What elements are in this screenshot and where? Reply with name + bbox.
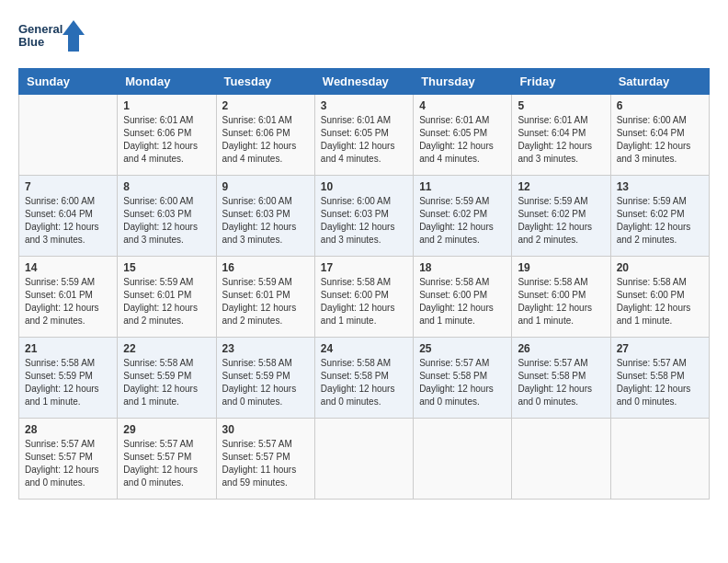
day-number: 21 (25, 342, 111, 355)
day-number: 13 (617, 180, 703, 193)
day-info: Sunrise: 5:57 AM Sunset: 5:57 PM Dayligh… (222, 438, 309, 489)
weekday-header-wednesday: Wednesday (314, 69, 413, 95)
calendar-cell: 6Sunrise: 6:00 AM Sunset: 6:04 PM Daylig… (610, 95, 709, 176)
day-number: 20 (617, 261, 703, 274)
day-number: 25 (419, 342, 506, 355)
logo: General Blue (18, 18, 92, 59)
calendar-cell (512, 419, 610, 500)
calendar-cell: 15Sunrise: 5:59 AM Sunset: 6:01 PM Dayli… (118, 257, 216, 338)
day-number: 15 (123, 261, 210, 274)
calendar-week-5: 28Sunrise: 5:57 AM Sunset: 5:57 PM Dayli… (19, 419, 710, 500)
day-info: Sunrise: 6:01 AM Sunset: 6:06 PM Dayligh… (123, 114, 210, 166)
day-info: Sunrise: 5:57 AM Sunset: 5:58 PM Dayligh… (518, 357, 604, 408)
calendar-body: 1Sunrise: 6:01 AM Sunset: 6:06 PM Daylig… (19, 95, 710, 500)
day-number: 22 (123, 342, 210, 355)
day-number: 17 (321, 261, 407, 274)
day-info: Sunrise: 5:58 AM Sunset: 6:00 PM Dayligh… (419, 276, 506, 327)
calendar-cell: 2Sunrise: 6:01 AM Sunset: 6:06 PM Daylig… (216, 95, 314, 176)
svg-text:General: General (18, 22, 63, 36)
calendar-cell (414, 419, 512, 500)
day-number: 26 (518, 342, 604, 355)
day-info: Sunrise: 6:01 AM Sunset: 6:05 PM Dayligh… (321, 114, 407, 166)
day-number: 19 (518, 261, 604, 274)
calendar-cell: 11Sunrise: 5:59 AM Sunset: 6:02 PM Dayli… (414, 176, 512, 257)
day-number: 8 (123, 180, 210, 193)
day-number: 10 (321, 180, 407, 193)
calendar-cell: 1Sunrise: 6:01 AM Sunset: 6:06 PM Daylig… (118, 95, 216, 176)
weekday-header-thursday: Thursday (414, 69, 512, 95)
day-number: 4 (419, 99, 506, 112)
calendar-cell: 13Sunrise: 5:59 AM Sunset: 6:02 PM Dayli… (610, 176, 709, 257)
calendar-cell: 26Sunrise: 5:57 AM Sunset: 5:58 PM Dayli… (512, 338, 610, 419)
day-info: Sunrise: 5:58 AM Sunset: 6:00 PM Dayligh… (321, 276, 407, 327)
weekday-header-friday: Friday (512, 69, 610, 95)
calendar-cell: 3Sunrise: 6:01 AM Sunset: 6:05 PM Daylig… (314, 95, 413, 176)
calendar-header: SundayMondayTuesdayWednesdayThursdayFrid… (19, 69, 710, 95)
calendar-cell: 12Sunrise: 5:59 AM Sunset: 6:02 PM Dayli… (512, 176, 610, 257)
day-info: Sunrise: 5:58 AM Sunset: 6:00 PM Dayligh… (617, 276, 703, 327)
calendar-cell: 29Sunrise: 5:57 AM Sunset: 5:57 PM Dayli… (118, 419, 216, 500)
day-number: 28 (25, 423, 111, 436)
day-number: 14 (25, 261, 111, 274)
calendar-cell: 4Sunrise: 6:01 AM Sunset: 6:05 PM Daylig… (414, 95, 512, 176)
day-info: Sunrise: 5:59 AM Sunset: 6:01 PM Dayligh… (25, 276, 111, 327)
day-info: Sunrise: 5:59 AM Sunset: 6:01 PM Dayligh… (222, 276, 309, 327)
weekday-header-monday: Monday (118, 69, 216, 95)
calendar-week-4: 21Sunrise: 5:58 AM Sunset: 5:59 PM Dayli… (19, 338, 710, 419)
day-number: 6 (617, 99, 703, 112)
calendar-cell: 10Sunrise: 6:00 AM Sunset: 6:03 PM Dayli… (314, 176, 413, 257)
calendar-week-2: 7Sunrise: 6:00 AM Sunset: 6:04 PM Daylig… (19, 176, 710, 257)
calendar-cell: 7Sunrise: 6:00 AM Sunset: 6:04 PM Daylig… (19, 176, 118, 257)
day-number: 3 (321, 99, 407, 112)
calendar-cell: 19Sunrise: 5:58 AM Sunset: 6:00 PM Dayli… (512, 257, 610, 338)
day-info: Sunrise: 6:00 AM Sunset: 6:04 PM Dayligh… (617, 114, 703, 166)
page-header: General Blue (18, 18, 710, 59)
day-info: Sunrise: 5:57 AM Sunset: 5:58 PM Dayligh… (419, 357, 506, 408)
svg-marker-2 (63, 20, 85, 52)
calendar-cell: 28Sunrise: 5:57 AM Sunset: 5:57 PM Dayli… (19, 419, 118, 500)
day-info: Sunrise: 5:58 AM Sunset: 5:59 PM Dayligh… (25, 357, 111, 408)
day-number: 2 (222, 99, 309, 112)
calendar-cell: 25Sunrise: 5:57 AM Sunset: 5:58 PM Dayli… (414, 338, 512, 419)
logo-icon: General Blue (18, 18, 92, 59)
day-number: 30 (222, 423, 309, 436)
day-info: Sunrise: 5:57 AM Sunset: 5:57 PM Dayligh… (123, 438, 210, 489)
calendar-cell: 8Sunrise: 6:00 AM Sunset: 6:03 PM Daylig… (118, 176, 216, 257)
day-info: Sunrise: 5:58 AM Sunset: 6:00 PM Dayligh… (518, 276, 604, 327)
day-number: 12 (518, 180, 604, 193)
calendar-cell (19, 95, 118, 176)
day-number: 23 (222, 342, 309, 355)
calendar-cell: 18Sunrise: 5:58 AM Sunset: 6:00 PM Dayli… (414, 257, 512, 338)
svg-text:Blue: Blue (18, 35, 44, 49)
calendar-cell: 21Sunrise: 5:58 AM Sunset: 5:59 PM Dayli… (19, 338, 118, 419)
calendar-cell: 9Sunrise: 6:00 AM Sunset: 6:03 PM Daylig… (216, 176, 314, 257)
calendar-table: SundayMondayTuesdayWednesdayThursdayFrid… (18, 68, 710, 500)
weekday-header-tuesday: Tuesday (216, 69, 314, 95)
calendar-cell: 17Sunrise: 5:58 AM Sunset: 6:00 PM Dayli… (314, 257, 413, 338)
day-info: Sunrise: 5:59 AM Sunset: 6:02 PM Dayligh… (518, 195, 604, 247)
calendar-cell: 22Sunrise: 5:58 AM Sunset: 5:59 PM Dayli… (118, 338, 216, 419)
calendar-cell: 5Sunrise: 6:01 AM Sunset: 6:04 PM Daylig… (512, 95, 610, 176)
day-number: 24 (321, 342, 407, 355)
day-number: 29 (123, 423, 210, 436)
day-info: Sunrise: 5:59 AM Sunset: 6:01 PM Dayligh… (123, 276, 210, 327)
calendar-cell: 24Sunrise: 5:58 AM Sunset: 5:58 PM Dayli… (314, 338, 413, 419)
weekday-header-saturday: Saturday (610, 69, 709, 95)
day-number: 7 (25, 180, 111, 193)
calendar-week-3: 14Sunrise: 5:59 AM Sunset: 6:01 PM Dayli… (19, 257, 710, 338)
calendar-cell: 14Sunrise: 5:59 AM Sunset: 6:01 PM Dayli… (19, 257, 118, 338)
weekday-header-sunday: Sunday (19, 69, 118, 95)
day-number: 1 (123, 99, 210, 112)
day-number: 16 (222, 261, 309, 274)
calendar-cell: 20Sunrise: 5:58 AM Sunset: 6:00 PM Dayli… (610, 257, 709, 338)
day-info: Sunrise: 5:58 AM Sunset: 5:58 PM Dayligh… (321, 357, 407, 408)
day-info: Sunrise: 6:01 AM Sunset: 6:06 PM Dayligh… (222, 114, 309, 166)
day-info: Sunrise: 6:00 AM Sunset: 6:03 PM Dayligh… (321, 195, 407, 247)
day-info: Sunrise: 6:00 AM Sunset: 6:03 PM Dayligh… (123, 195, 210, 247)
day-info: Sunrise: 5:59 AM Sunset: 6:02 PM Dayligh… (617, 195, 703, 247)
day-info: Sunrise: 6:01 AM Sunset: 6:04 PM Dayligh… (518, 114, 604, 166)
calendar-cell (610, 419, 709, 500)
day-info: Sunrise: 5:58 AM Sunset: 5:59 PM Dayligh… (222, 357, 309, 408)
calendar-cell: 16Sunrise: 5:59 AM Sunset: 6:01 PM Dayli… (216, 257, 314, 338)
day-number: 18 (419, 261, 506, 274)
